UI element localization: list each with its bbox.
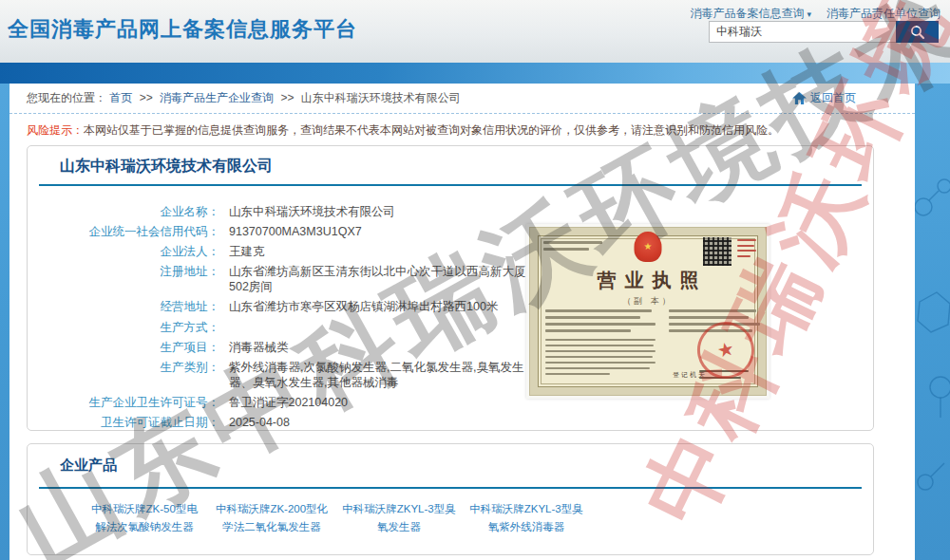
header-divider-bar xyxy=(0,63,950,84)
nav-link-responsible-unit-query-label: 消毒产品责任单位查询 xyxy=(826,6,940,22)
back-home-label: 返回首页 xyxy=(810,84,856,113)
product-link[interactable]: 中科瑞沃牌ZKYL-3型臭氧发生器 xyxy=(341,500,457,536)
chevron-down-icon: ▾ xyxy=(807,9,811,19)
license-subtitle: （副 本） xyxy=(530,295,766,308)
field-label: 生产项目： xyxy=(28,340,219,355)
field-label: 企业法人： xyxy=(28,244,219,259)
field-row: 企业名称： 山东中科瑞沃环境技术有限公司 xyxy=(28,201,873,221)
field-value: 山东省潍坊高新区玉清东街以北中心次干道以西高新大厦502房间 xyxy=(229,264,531,294)
field-row: 卫生许可证截止日期： 2025-04-08 xyxy=(28,413,873,433)
star-icon: ★ xyxy=(644,242,653,252)
site-title: 全国消毒产品网上备案信息服务平台 xyxy=(8,15,357,44)
search-bar xyxy=(709,21,939,43)
field-label: 生产方式： xyxy=(28,320,219,335)
main-panel: 您现在的位置： 首页 >> 消毒产品生产企业查询 >> 山东中科瑞沃环境技术有限… xyxy=(10,84,915,560)
product-link[interactable]: 中科瑞沃牌ZK-50型电解法次氯酸钠发生器 xyxy=(86,500,202,536)
product-link[interactable]: 中科瑞沃牌ZK-200型化学法二氧化氯发生器 xyxy=(214,500,330,536)
field-label: 企业名称： xyxy=(28,204,219,219)
site-header: 全国消毒产品网上备案信息服务平台 消毒产品备案信息查询 ▾ 消毒产品责任单位查询 xyxy=(0,0,950,63)
breadcrumb-link-home[interactable]: 首页 xyxy=(109,91,132,104)
business-license-image[interactable]: ★ 营业执照 （副 本） xyxy=(526,224,770,399)
molecule-decoration xyxy=(912,84,950,560)
field-value: 山东省潍坊市寒亭区双杨店镇湖淋埠出村路西100米 xyxy=(229,299,498,314)
qr-code-icon xyxy=(703,237,732,266)
section-underline xyxy=(39,184,862,186)
license-scope-lines xyxy=(545,339,657,379)
field-value: 王建克 xyxy=(229,244,265,259)
license-left-lines xyxy=(545,309,657,336)
breadcrumb-separator: >> xyxy=(280,91,294,104)
license-code-lines xyxy=(543,241,610,254)
nav-link-filing-query[interactable]: 消毒产品备案信息查询 ▾ xyxy=(690,6,811,22)
field-label: 生产类别： xyxy=(28,360,219,390)
breadcrumb-separator: >> xyxy=(140,91,153,104)
breadcrumb-link-manufacturer-query[interactable]: 消毒产品生产企业查询 xyxy=(160,91,274,104)
risk-notice: 风险提示：本网站仅基于已掌握的信息提供查询服务，查询结果不代表本网站对被查询对象… xyxy=(27,122,898,138)
field-value: 山东中科瑞沃环境技术有限公司 xyxy=(229,204,395,219)
search-icon xyxy=(909,24,926,41)
risk-notice-text: 本网站仅基于已掌握的信息提供查询服务，查询结果不代表本网站对被查询对象信用状况的… xyxy=(84,123,779,137)
breadcrumb-label: 您现在的位置： xyxy=(27,91,106,104)
field-value: 紫外线消毒器,次氯酸钠发生器,二氧化氯发生器,臭氧发生器、臭氧水发生器,其他器械… xyxy=(229,360,531,390)
breadcrumb-row: 您现在的位置： 首页 >> 消毒产品生产企业查询 >> 山东中科瑞沃环境技术有限… xyxy=(10,84,915,114)
product-link[interactable]: 中科瑞沃牌ZKYL-3型臭氧紫外线消毒器 xyxy=(468,500,584,536)
top-nav: 消毒产品备案信息查询 ▾ 消毒产品责任单位查询 xyxy=(690,6,940,22)
breadcrumb: 您现在的位置： 首页 >> 消毒产品生产企业查询 >> 山东中科瑞沃环境技术有限… xyxy=(27,91,461,104)
nav-link-responsible-unit-query[interactable]: 消毒产品责任单位查询 xyxy=(826,6,940,22)
field-value: 91370700MA3M3U1QX7 xyxy=(229,224,362,239)
search-button[interactable] xyxy=(896,21,939,43)
field-label: 企业统一社会信用代码： xyxy=(28,224,219,239)
product-list: 中科瑞沃牌ZK-50型电解法次氯酸钠发生器 中科瑞沃牌ZK-200型化学法二氧化… xyxy=(28,500,873,536)
search-input[interactable] xyxy=(709,21,896,43)
star-icon: ★ xyxy=(715,339,736,361)
products-box: 企业产品 中科瑞沃牌ZK-50型电解法次氯酸钠发生器 中科瑞沃牌ZK-200型化… xyxy=(27,443,874,555)
field-value: 消毒器械类 xyxy=(229,340,289,355)
company-info-box: 山东中科瑞沃环境技术有限公司 企业名称： 山东中科瑞沃环境技术有限公司 企业统一… xyxy=(27,145,874,431)
back-home-link[interactable]: 返回首页 xyxy=(792,84,856,113)
license-title: 营业执照 xyxy=(530,268,766,293)
field-label: 经营地址： xyxy=(28,299,219,314)
field-label: 卫生许可证截止日期： xyxy=(28,415,219,430)
breadcrumb-current: 山东中科瑞沃环境技术有限公司 xyxy=(301,91,461,104)
field-label: 注册地址： xyxy=(28,264,219,294)
section-underline xyxy=(39,487,862,489)
field-value: 鲁卫消证字202104020 xyxy=(229,395,348,410)
national-emblem-icon: ★ xyxy=(635,232,662,262)
nav-link-filing-query-label: 消毒产品备案信息查询 xyxy=(690,6,804,22)
risk-notice-label: 风险提示： xyxy=(27,123,84,137)
field-value: 2025-04-08 xyxy=(229,415,290,430)
license-serial-lines xyxy=(737,239,756,260)
home-icon xyxy=(792,92,807,104)
license-certificate: ★ 营业执照 （副 本） xyxy=(529,227,767,396)
company-title: 山东中科瑞沃环境技术有限公司 xyxy=(28,146,873,175)
products-title: 企业产品 xyxy=(28,444,873,474)
field-label: 生产企业卫生许可证号： xyxy=(28,395,219,410)
